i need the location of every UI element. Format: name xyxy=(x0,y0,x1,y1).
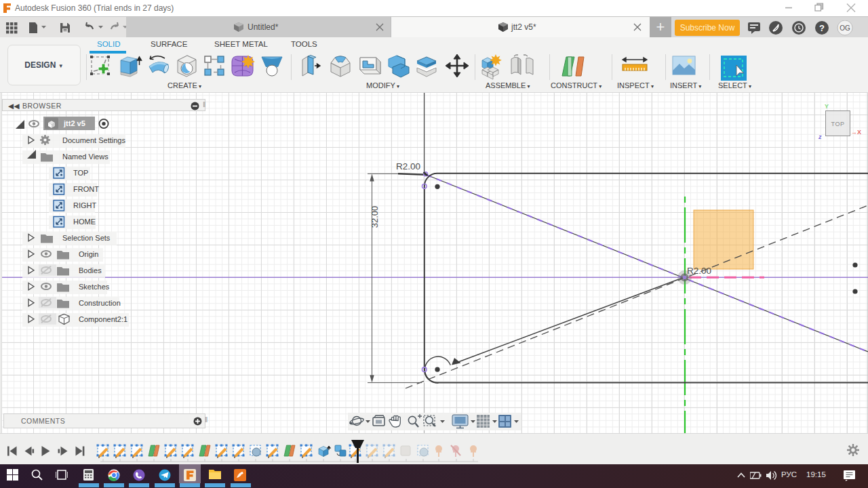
svg-text:OG: OG xyxy=(840,24,850,32)
svg-text:32.00: 32.00 xyxy=(370,206,380,228)
svg-text:HOME: HOME xyxy=(73,218,96,226)
svg-text:TOP: TOP xyxy=(73,169,88,177)
svg-text:R2.00: R2.00 xyxy=(687,266,711,276)
svg-text:Construction: Construction xyxy=(79,299,121,307)
svg-text:?: ? xyxy=(819,23,825,33)
svg-text:Document Settings: Document Settings xyxy=(62,136,125,144)
svg-text:Sketches: Sketches xyxy=(79,283,110,291)
svg-text:Component2:1: Component2:1 xyxy=(79,315,127,323)
svg-text:R2.00: R2.00 xyxy=(396,161,420,171)
svg-text:Origin: Origin xyxy=(79,250,98,258)
svg-text:FRONT: FRONT xyxy=(73,185,99,193)
svg-text:Bodies: Bodies xyxy=(79,266,102,274)
svg-text:jtt2 v5: jtt2 v5 xyxy=(63,119,85,127)
svg-text:Named Views: Named Views xyxy=(62,152,108,161)
svg-text:RIGHT: RIGHT xyxy=(73,201,97,209)
svg-text:Selection Sets: Selection Sets xyxy=(62,234,111,242)
